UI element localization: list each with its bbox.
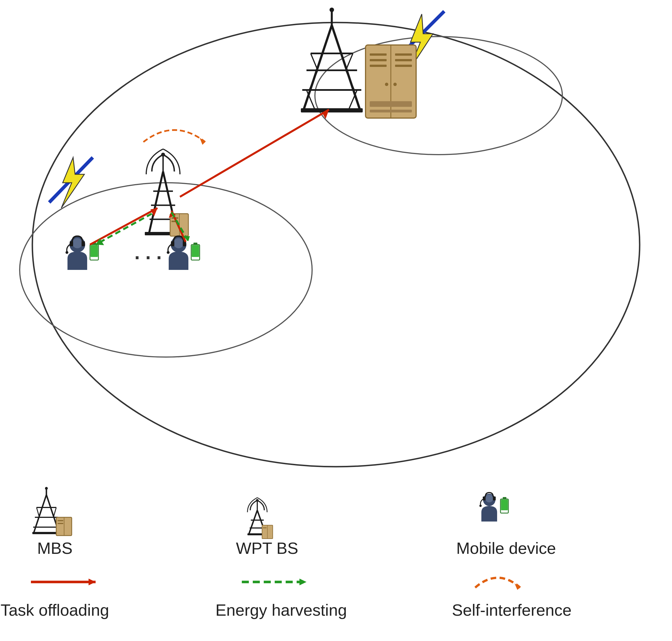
svg-rect-89 (247, 533, 267, 535)
svg-point-78 (45, 487, 48, 490)
svg-line-74 (37, 507, 39, 517)
legend-self-interference-icon (475, 578, 520, 590)
legend-task-label: Task offloading (1, 601, 109, 619)
svg-rect-100 (501, 500, 508, 510)
svg-line-75 (53, 507, 56, 517)
svg-rect-22 (370, 65, 387, 67)
svg-rect-98 (500, 499, 508, 513)
svg-point-51 (171, 237, 187, 253)
svg-rect-76 (32, 532, 60, 534)
svg-line-2 (49, 158, 93, 202)
legend-mbs-label: MBS (37, 539, 72, 557)
dots-between-devices: · · · (134, 247, 162, 269)
inner-ellipse (20, 183, 312, 357)
legend-energy-label: Energy harvesting (215, 601, 347, 619)
legend-wpt-icon (247, 497, 273, 538)
svg-rect-95 (483, 496, 485, 501)
svg-rect-48 (90, 245, 98, 260)
svg-rect-37 (145, 232, 181, 235)
svg-rect-28 (370, 101, 412, 107)
svg-rect-15 (301, 108, 363, 112)
main-diagram: · · · (0, 0, 672, 641)
svg-line-67 (172, 212, 188, 241)
svg-line-65 (96, 214, 152, 245)
mobile-device-2 (167, 236, 200, 270)
svg-line-61 (172, 211, 186, 242)
self-interference-arc-diagram (143, 130, 205, 145)
svg-line-32 (149, 172, 163, 233)
svg-rect-45 (70, 241, 73, 246)
legend-mobile-label: Mobile device (456, 539, 556, 557)
legend-task-offloading-icon (31, 578, 96, 585)
svg-point-47 (66, 251, 68, 254)
svg-rect-92 (263, 528, 266, 528)
svg-marker-104 (300, 578, 306, 585)
svg-point-27 (393, 83, 397, 86)
legend-energy-harvesting-icon (242, 578, 306, 585)
svg-point-97 (479, 505, 482, 507)
svg-line-59 (90, 208, 157, 245)
svg-marker-42 (200, 138, 205, 145)
svg-rect-40 (172, 217, 178, 219)
svg-rect-79 (56, 517, 72, 535)
svg-marker-3 (61, 158, 84, 208)
svg-rect-90 (262, 525, 273, 538)
svg-rect-58 (192, 245, 199, 257)
svg-rect-99 (503, 497, 506, 499)
svg-marker-66 (96, 238, 104, 245)
svg-rect-23 (395, 53, 412, 56)
mobile-device-1 (66, 236, 98, 270)
mbs-server-icon (366, 45, 416, 118)
legend-self-int-label: Self-interference (452, 601, 572, 619)
svg-point-52 (174, 238, 183, 248)
svg-line-63 (180, 110, 329, 197)
svg-point-93 (483, 494, 495, 506)
svg-rect-41 (172, 221, 178, 222)
svg-line-14 (349, 90, 357, 110)
svg-rect-96 (493, 496, 496, 501)
svg-point-30 (161, 153, 165, 156)
svg-point-44 (72, 238, 82, 248)
svg-line-69 (34, 495, 46, 533)
svg-point-83 (256, 499, 259, 502)
svg-rect-82 (58, 523, 63, 524)
svg-line-4 (304, 25, 332, 110)
svg-rect-38 (170, 214, 188, 236)
svg-line-13 (306, 90, 315, 110)
svg-marker-105 (515, 583, 520, 590)
outer-ellipse (32, 23, 640, 467)
svg-line-12 (346, 70, 354, 90)
svg-marker-1 (409, 14, 433, 70)
svg-line-10 (346, 53, 353, 70)
svg-line-33 (163, 172, 177, 233)
svg-line-85 (249, 510, 257, 534)
svg-rect-29 (370, 110, 412, 112)
svg-marker-68 (183, 236, 190, 241)
svg-rect-57 (193, 243, 197, 245)
svg-point-55 (167, 251, 169, 254)
svg-rect-25 (395, 65, 412, 67)
svg-marker-62 (169, 211, 176, 218)
svg-point-94 (485, 494, 493, 502)
svg-line-0 (394, 11, 444, 62)
svg-rect-18 (366, 45, 416, 118)
svg-rect-54 (183, 241, 186, 246)
legend-mobile-device-icon (479, 493, 508, 521)
svg-rect-50 (91, 245, 98, 257)
svg-rect-46 (82, 241, 85, 246)
svg-rect-49 (92, 243, 96, 245)
svg-point-26 (385, 83, 388, 86)
svg-marker-102 (88, 578, 96, 585)
svg-rect-24 (395, 59, 412, 61)
legend-mbs-icon (32, 487, 72, 535)
svg-marker-64 (322, 110, 329, 119)
svg-line-11 (309, 70, 318, 90)
svg-rect-56 (191, 245, 200, 260)
svg-point-17 (330, 8, 334, 12)
svg-line-5 (332, 25, 360, 110)
wpt-tower-icon (145, 149, 188, 236)
svg-line-9 (311, 53, 318, 70)
svg-point-43 (69, 237, 85, 253)
svg-line-86 (257, 510, 266, 534)
svg-rect-21 (370, 59, 387, 61)
